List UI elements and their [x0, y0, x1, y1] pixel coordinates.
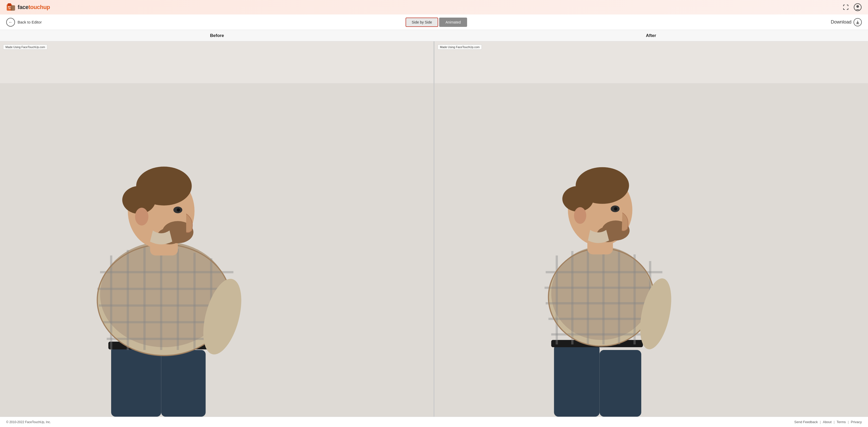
animated-tab[interactable]: Animated: [439, 18, 467, 27]
view-tabs: Side by Side Animated: [42, 18, 831, 27]
footer: © 2010-2022 FaceTouchUp, Inc. Send Feedb…: [0, 417, 868, 427]
download-icon: [854, 18, 862, 26]
svg-point-31: [135, 208, 148, 226]
top-nav: facetouchup: [0, 0, 868, 14]
svg-point-60: [574, 207, 586, 224]
before-watermark: Made Using FaceTouchUp.com: [3, 44, 47, 50]
svg-rect-7: [0, 83, 433, 417]
logo-icon: [6, 2, 16, 12]
download-label: Download: [831, 20, 851, 25]
toolbar: ← Back to Editor Side by Side Animated D…: [0, 14, 868, 30]
about-link[interactable]: About: [823, 420, 832, 424]
after-image: [435, 41, 868, 417]
svg-rect-4: [10, 5, 15, 10]
download-button[interactable]: Download: [831, 18, 862, 26]
compare-area: Made Using FaceTouchUp.com: [0, 41, 868, 417]
back-label: Back to Editor: [18, 20, 42, 24]
copyright: © 2010-2022 FaceTouchUp, Inc.: [6, 420, 51, 424]
logo[interactable]: facetouchup: [6, 2, 50, 12]
svg-point-2: [8, 6, 10, 7]
after-watermark: Made Using FaceTouchUp.com: [438, 44, 482, 50]
send-feedback-link[interactable]: Send Feedback: [794, 420, 818, 424]
after-panel: Made Using FaceTouchUp.com: [433, 41, 868, 417]
privacy-link[interactable]: Privacy: [851, 420, 862, 424]
svg-rect-36: [435, 83, 868, 417]
back-arrow-icon: ←: [6, 18, 15, 27]
nav-right: [842, 3, 862, 11]
compare-header: Before After: [0, 30, 868, 41]
svg-point-6: [856, 5, 859, 8]
svg-point-35: [177, 208, 180, 212]
svg-rect-9: [161, 350, 206, 417]
svg-rect-38: [600, 350, 641, 417]
terms-link[interactable]: Terms: [837, 420, 846, 424]
logo-text: facetouchup: [18, 4, 50, 10]
back-to-editor-button[interactable]: ← Back to Editor: [6, 18, 42, 27]
footer-links: Send Feedback | About | Terms | Privacy: [794, 420, 862, 424]
after-label: After: [434, 30, 868, 41]
before-panel: Made Using FaceTouchUp.com: [0, 41, 433, 417]
svg-rect-1: [8, 3, 11, 6]
user-account-button[interactable]: [854, 3, 862, 11]
before-image: [0, 41, 433, 417]
svg-rect-37: [554, 344, 599, 417]
side-by-side-tab[interactable]: Side by Side: [406, 18, 438, 27]
svg-point-64: [614, 207, 617, 210]
before-label: Before: [0, 30, 434, 41]
fullscreen-button[interactable]: [842, 4, 849, 11]
